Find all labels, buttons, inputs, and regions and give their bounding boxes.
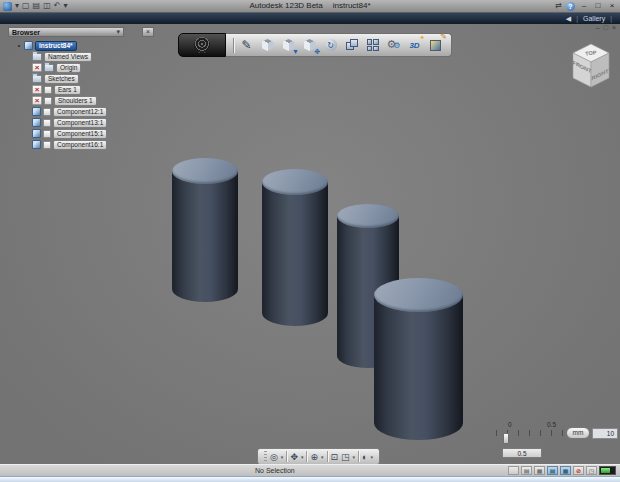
- visibility-checkbox[interactable]: [43, 130, 51, 138]
- cylinder-2[interactable]: [262, 169, 328, 326]
- text-3d-icon: 3D: [409, 41, 419, 50]
- statusbar-toggle-2[interactable]: ▤: [521, 466, 532, 475]
- tree-row-component12[interactable]: Component12:1: [32, 106, 168, 117]
- zoom-button[interactable]: ⊕: [310, 451, 318, 463]
- tree-label[interactable]: Component13:1: [53, 118, 107, 128]
- gallery-button[interactable]: Gallery: [583, 15, 605, 22]
- view-style-button[interactable]: ◳: [341, 451, 350, 463]
- visibility-checkbox[interactable]: [44, 97, 52, 105]
- sphere-icon: ↻: [325, 39, 337, 51]
- combine-icon: [367, 39, 379, 51]
- sketch-tool-button[interactable]: ✎: [238, 36, 255, 54]
- tree-row-shoulders[interactable]: × Shoulders 1: [32, 95, 168, 106]
- move-tool-button[interactable]: ✥: [301, 36, 318, 54]
- fit-button[interactable]: ⊡: [331, 451, 339, 463]
- maximize-button[interactable]: □: [593, 1, 603, 11]
- cylinder-1-top[interactable]: [172, 158, 238, 184]
- toolbar-grip[interactable]: [264, 451, 267, 462]
- component-icon: [32, 129, 41, 138]
- error-icon: ×: [32, 85, 42, 94]
- no-entry-indicator[interactable]: ⊘: [573, 466, 584, 475]
- doc-restore-button[interactable]: □: [604, 24, 608, 31]
- material-tool-button[interactable]: ✎: [427, 36, 444, 54]
- tree-row-sketches[interactable]: Sketches: [32, 73, 168, 84]
- tree-label[interactable]: Named Views: [44, 52, 92, 62]
- browser-title: Browser: [12, 29, 40, 36]
- visibility-checkbox[interactable]: [43, 119, 51, 127]
- tree-row-origin[interactable]: × Origin: [32, 62, 168, 73]
- text-3d-tool-button[interactable]: 3D✦: [406, 36, 423, 54]
- push-pull-tool-button[interactable]: ▼: [280, 36, 297, 54]
- statusbar-toggle-3[interactable]: ▦: [534, 466, 545, 475]
- component-icon: [32, 107, 41, 116]
- help-icon[interactable]: ?: [566, 2, 575, 11]
- statusbar-toggle-6[interactable]: ◳: [586, 466, 597, 475]
- tree-row-ears[interactable]: × Ears 1: [32, 84, 168, 95]
- cylinder-1[interactable]: [172, 158, 238, 302]
- view-dropdown-icon[interactable]: ▾: [353, 454, 356, 460]
- orbit-dropdown-icon[interactable]: ▾: [281, 454, 284, 460]
- tree-root-label[interactable]: instruct84*: [35, 41, 77, 51]
- cylinder-2-side[interactable]: [262, 182, 328, 326]
- tree-label[interactable]: Sketches: [44, 74, 79, 84]
- primitive-box-tool-button[interactable]: [259, 36, 276, 54]
- push-arrow-icon: ▼: [292, 48, 299, 55]
- tree-row-component15[interactable]: Component15:1: [32, 128, 168, 139]
- revolve-tool-button[interactable]: ↻: [322, 36, 339, 54]
- orbit-button[interactable]: ◎: [270, 451, 278, 463]
- combine-tool-button[interactable]: [364, 36, 381, 54]
- statusbar-toggle-1[interactable]: [508, 466, 519, 475]
- unit-button[interactable]: mm: [566, 427, 590, 439]
- gallery-back-button[interactable]: ◀: [566, 15, 571, 23]
- visibility-checkbox[interactable]: [43, 141, 51, 149]
- status-indicator: [599, 466, 616, 475]
- viewport[interactable]: – □ × Browser ▾ × • instruct84* Named Vi…: [0, 24, 620, 464]
- doc-close-button[interactable]: ×: [612, 24, 616, 31]
- close-button[interactable]: ×: [607, 1, 617, 11]
- tree-label[interactable]: Shoulders 1: [54, 96, 97, 106]
- statusbar-toggle-4[interactable]: ▤: [547, 466, 558, 475]
- tree-row-component13[interactable]: Component13:1: [32, 117, 168, 128]
- shade-dropdown-icon[interactable]: ▾: [371, 454, 374, 460]
- tree-row-component16[interactable]: Component16:1: [32, 139, 168, 150]
- tree-label[interactable]: Ears 1: [54, 85, 81, 95]
- browser-header[interactable]: Browser ▾: [8, 27, 124, 37]
- tree-label[interactable]: Component12:1: [53, 107, 107, 117]
- app-name: Autodesk 123D Beta: [249, 1, 322, 10]
- tree-row-named-views[interactable]: Named Views: [32, 51, 168, 62]
- sync-icon[interactable]: ⇄: [555, 1, 562, 11]
- mechanism-tool-button[interactable]: ⚙⚙: [385, 36, 402, 54]
- cube-icon: [262, 39, 274, 51]
- tree-label[interactable]: Component15:1: [53, 129, 107, 139]
- minimize-button[interactable]: –: [579, 1, 589, 11]
- shade-button[interactable]: ◐: [362, 451, 367, 463]
- pattern-tool-button[interactable]: [343, 36, 360, 54]
- app-menu-button[interactable]: [178, 33, 226, 57]
- folder-icon: [44, 64, 54, 72]
- rotate-arrow-icon: ↻: [327, 41, 334, 50]
- statusbar-toggle-5[interactable]: ▦: [560, 466, 571, 475]
- view-cube[interactable]: TOP FRONT RIGHT: [564, 38, 618, 94]
- tree-root-row[interactable]: • instruct84*: [16, 40, 168, 51]
- doc-minimize-button[interactable]: –: [596, 24, 600, 31]
- cylinder-1-side[interactable]: [172, 171, 238, 302]
- pan-dropdown-icon[interactable]: ▾: [301, 454, 304, 460]
- cylinder-4-top[interactable]: [374, 278, 463, 312]
- snap-slider-handle[interactable]: [503, 433, 509, 444]
- tree-label[interactable]: Origin: [56, 63, 81, 73]
- snap-value-field[interactable]: 0.5: [502, 448, 542, 458]
- zoom-dropdown-icon[interactable]: ▾: [321, 454, 324, 460]
- cylinder-4-side[interactable]: [374, 295, 463, 440]
- component-icon: [32, 118, 41, 127]
- cylinder-4[interactable]: [374, 278, 463, 440]
- browser-close-button[interactable]: ×: [142, 27, 154, 37]
- tree-label[interactable]: Component16:1: [53, 140, 107, 150]
- visibility-checkbox[interactable]: [43, 108, 51, 116]
- grid-size-field[interactable]: 10: [592, 428, 618, 439]
- cylinder-2-top[interactable]: [262, 169, 328, 195]
- cylinder-3-top[interactable]: [337, 204, 399, 228]
- browser-pin-icon[interactable]: ▾: [116, 28, 120, 36]
- menu-sphere-icon: [194, 37, 210, 53]
- visibility-checkbox[interactable]: [44, 86, 52, 94]
- pan-button[interactable]: ✥: [290, 451, 298, 463]
